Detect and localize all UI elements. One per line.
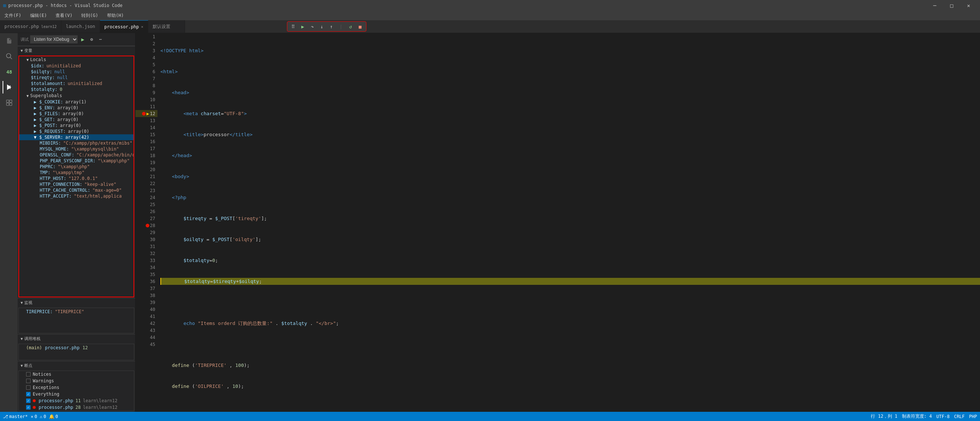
watch-label: 监视 xyxy=(24,300,32,305)
code-line-2: <html> xyxy=(161,68,980,75)
locals-group[interactable]: ▼ Locals xyxy=(19,56,134,63)
var-env[interactable]: ▶ $_ENV: array(0) xyxy=(19,105,134,111)
var-http-accept[interactable]: HTTP_ACCEPT: "text/html,application/xhtm… xyxy=(19,193,122,199)
bp-exceptions[interactable]: Exceptions xyxy=(19,384,134,391)
close-button[interactable]: ✕ xyxy=(960,0,977,11)
line-ending-item[interactable]: CRLF xyxy=(954,414,964,419)
line-num-5: 5 xyxy=(153,62,155,67)
bp-notices-label: Notices xyxy=(33,372,51,377)
var-cookie[interactable]: ▶ $_COOKIE: array(1) xyxy=(19,99,134,105)
menu-goto[interactable]: 转到(G) xyxy=(80,12,100,19)
git-branch-item[interactable]: ⎇ master* xyxy=(3,414,28,419)
step-into-button[interactable]: ↓ xyxy=(317,22,326,30)
errors-item[interactable]: ✕ 0 ⚠ 0 🔔 0 xyxy=(31,414,58,419)
tab-processor-active[interactable]: processor.php ✕ xyxy=(100,20,148,33)
var-pear[interactable]: PHP_PEAR_SYSCONF_DIR: "\xampp\php" xyxy=(19,158,134,164)
var-http-host[interactable]: HTTP_HOST: "127.0.0.1" xyxy=(19,175,134,182)
var-mibdirs[interactable]: MIBDIRS: "C:/xampp/php/extras/mibs" xyxy=(19,140,134,146)
var-phprc[interactable]: PHPRC: "\xampp\php" xyxy=(19,164,134,170)
var-totalamount[interactable]: $totalamount: uninitialized xyxy=(19,81,134,86)
callstack-main[interactable]: (main) processor.php 12 xyxy=(19,344,134,351)
spaces-item[interactable]: 制表符宽度: 4 xyxy=(902,413,932,419)
minimize-button[interactable]: ─ xyxy=(926,0,943,11)
gutter-30: 30 xyxy=(135,236,158,243)
step-over-button[interactable]: ↷ xyxy=(308,22,317,30)
encoding-item[interactable]: UTF-8 xyxy=(936,414,950,419)
breakpoints-section-title[interactable]: ▼ 断点 xyxy=(18,361,135,370)
line-num-7: 7 xyxy=(153,76,155,81)
tab-launch-json[interactable]: launch.json xyxy=(61,20,100,33)
menu-help[interactable]: 帮助(H) xyxy=(106,12,126,19)
bp-notices-checkbox[interactable] xyxy=(26,372,30,376)
bp-exceptions-label: Exceptions xyxy=(33,385,59,390)
gutter-43: 43 xyxy=(135,327,158,334)
stop-button[interactable]: ■ xyxy=(356,22,364,30)
gutter-16: 16 xyxy=(135,138,158,145)
menu-file[interactable]: 文件(F) xyxy=(3,12,23,19)
error-icon: ✕ xyxy=(31,414,33,419)
svg-rect-4 xyxy=(6,100,9,103)
line-num-10: 10 xyxy=(150,97,155,102)
tab-label: launch.json xyxy=(66,24,95,29)
menu-edit[interactable]: 编辑(E) xyxy=(29,12,49,19)
var-files[interactable]: ▶ $_FILES: array(0) xyxy=(19,111,134,116)
tab-default-settings[interactable]: 默认设置 xyxy=(148,20,185,33)
variables-section-title[interactable]: ▼ 变量 xyxy=(18,46,135,55)
var-oilqty[interactable]: $oilqty: null xyxy=(19,69,134,75)
var-tireqty[interactable]: $tireqty: null xyxy=(19,75,134,81)
bp-proc11-checkbox[interactable]: ✓ xyxy=(26,399,30,403)
debug-config-select[interactable]: Listen for XDebug xyxy=(30,35,78,43)
position-item[interactable]: 行 12，列 1 xyxy=(871,413,897,419)
superglobals-group[interactable]: ▼ Superglobals xyxy=(19,92,134,99)
watch-tireprice[interactable]: TIREPRICE: "TIREPRICE" xyxy=(19,308,134,316)
code-editor[interactable]: <!DOCTYPE html> <html> <head> <meta char… xyxy=(158,33,980,412)
var-get[interactable]: ▶ $_GET: array(0) xyxy=(19,116,134,123)
debug-drag-handle[interactable]: ⠿ xyxy=(289,22,298,30)
bp-notices[interactable]: Notices xyxy=(19,371,134,378)
line-num-26: 26 xyxy=(150,209,155,214)
bp-everything[interactable]: ✓ Everything xyxy=(19,391,134,397)
step-out-button[interactable]: ↑ xyxy=(327,22,336,30)
bp-exceptions-checkbox[interactable] xyxy=(26,385,30,390)
var-http-connection[interactable]: HTTP_CONNECTION: "keep-alive" xyxy=(19,182,134,187)
debug-gear-button[interactable]: ⚙ xyxy=(88,36,95,43)
gutter-32: 32 xyxy=(135,250,158,257)
var-totalqty[interactable]: $totalqty: 0 xyxy=(19,86,134,92)
bp-processor-28[interactable]: ✓ processor.php 28 learn\learn12 xyxy=(19,404,134,411)
extensions-icon[interactable] xyxy=(3,96,15,109)
language-item[interactable]: PHP xyxy=(969,414,977,419)
line-num-37: 37 xyxy=(150,286,155,291)
debug-more-button[interactable]: ⋯ xyxy=(97,36,104,43)
bp-proc28-checkbox[interactable]: ✓ xyxy=(26,405,30,410)
var-post[interactable]: ▶ $_POST: array(0) xyxy=(19,123,134,128)
line-num-44: 44 xyxy=(150,335,155,340)
bp-everything-checkbox[interactable]: ✓ xyxy=(26,392,30,396)
continue-button[interactable]: ▶ xyxy=(298,22,307,30)
var-idx[interactable]: $idx: uninitialized xyxy=(19,63,134,69)
source-control-icon[interactable]: 48 xyxy=(3,65,15,78)
bp-processor-11[interactable]: ✓ processor.php 11 learn\learn12 xyxy=(19,397,134,404)
var-server[interactable]: ▼ $_SERVER: array(42) xyxy=(19,134,134,140)
bp-warnings-checkbox[interactable] xyxy=(26,379,30,383)
restart-button[interactable]: ↺ xyxy=(346,22,355,30)
bp-warnings[interactable]: Warnings xyxy=(19,378,134,384)
tab-processor-learn12[interactable]: processor.php learn12 xyxy=(0,20,61,33)
var-mysql-home[interactable]: MYSQL_HOME: "\xampp\mysql\bin" xyxy=(19,146,134,152)
debug-activity-icon[interactable] xyxy=(3,81,15,94)
explorer-icon[interactable] xyxy=(3,35,15,47)
warning-icon: ⚠ xyxy=(40,414,42,419)
tab-label: 默认设置 xyxy=(153,24,170,30)
watch-section-title[interactable]: ▼ 监视 xyxy=(18,298,135,307)
search-activity-icon[interactable] xyxy=(3,50,15,62)
callstack-section-title[interactable]: ▼ 调用堆栈 xyxy=(18,334,135,343)
debug-label: 调试 xyxy=(21,37,29,42)
var-cache-control[interactable]: HTTP_CACHE_CONTROL: "max-age=0" xyxy=(19,187,134,193)
maximize-button[interactable]: □ xyxy=(943,0,960,11)
var-openssl[interactable]: OPENSSL_CONF: "C:/xampp/apache/bin/opens… xyxy=(19,152,134,158)
debug-start-button[interactable]: ▶ xyxy=(79,36,86,43)
var-tmp[interactable]: TMP: "\xampp\tmp" xyxy=(19,170,134,175)
tab-close-icon[interactable]: ✕ xyxy=(141,25,143,29)
var-request[interactable]: ▶ $_REQUEST: array(0) xyxy=(19,128,134,134)
gutter-14: 14 xyxy=(135,124,158,131)
menu-view[interactable]: 查看(V) xyxy=(54,12,74,19)
